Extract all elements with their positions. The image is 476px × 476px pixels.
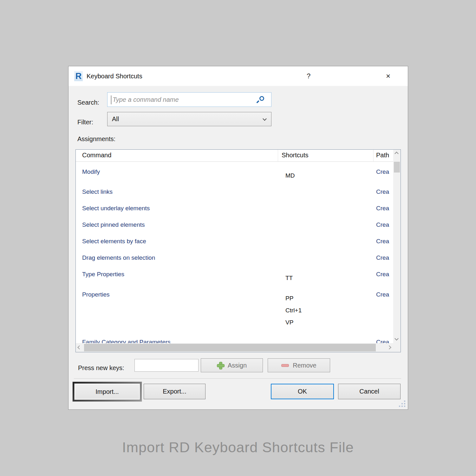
horizontal-scrollbar[interactable] bbox=[76, 343, 393, 352]
assignments-label: Assignments: bbox=[77, 135, 115, 143]
import-button[interactable]: Import... bbox=[74, 383, 140, 400]
scroll-left-icon[interactable] bbox=[77, 345, 82, 349]
scroll-up-icon[interactable] bbox=[394, 152, 399, 156]
vertical-scroll-thumb[interactable] bbox=[394, 162, 400, 173]
text-caret bbox=[111, 95, 111, 104]
command-link[interactable]: Select links bbox=[82, 188, 113, 195]
table-body: ModifyMDCreaSelect linksCreaSelect under… bbox=[76, 162, 393, 343]
path-cell: Crea bbox=[376, 339, 393, 343]
table-row[interactable]: ModifyMDCrea bbox=[76, 162, 393, 182]
table-row[interactable]: Select pinned elementsCrea bbox=[76, 215, 393, 231]
revit-app-icon: R bbox=[74, 71, 83, 81]
path-cell: Crea bbox=[376, 291, 393, 298]
minus-icon bbox=[281, 364, 289, 367]
shortcut-keys: MD bbox=[285, 162, 295, 182]
scroll-right-icon[interactable] bbox=[387, 345, 391, 349]
search-icon[interactable] bbox=[257, 96, 264, 104]
command-link[interactable]: Select underlay elements bbox=[82, 205, 150, 212]
table-row[interactable]: Select linksCrea bbox=[76, 182, 393, 199]
table-row[interactable]: Select elements by faceCrea bbox=[76, 231, 393, 248]
filter-dropdown[interactable]: All bbox=[107, 112, 271, 126]
keyboard-shortcuts-dialog: R Keyboard Shortcuts ? × Search: Type a … bbox=[68, 66, 408, 410]
command-link[interactable]: Family Category and Parameters bbox=[82, 339, 171, 343]
assign-button-label: Assign bbox=[228, 362, 247, 369]
command-link[interactable]: Modify bbox=[82, 168, 100, 175]
command-link[interactable]: Drag elements on selection bbox=[82, 254, 155, 261]
chevron-down-icon bbox=[263, 117, 267, 121]
table-header: Command Shortcuts Path bbox=[76, 150, 393, 162]
remove-button-label: Remove bbox=[293, 362, 316, 369]
vertical-scrollbar[interactable] bbox=[393, 150, 401, 343]
command-link[interactable]: Select pinned elements bbox=[82, 221, 145, 228]
title-bar: R Keyboard Shortcuts ? × bbox=[68, 66, 408, 86]
command-link[interactable]: Properties bbox=[82, 291, 110, 298]
assign-button[interactable]: Assign bbox=[201, 358, 263, 372]
search-placeholder: Type a command name bbox=[113, 96, 179, 103]
search-label: Search: bbox=[77, 99, 99, 106]
plus-icon bbox=[217, 362, 224, 369]
path-cell: Crea bbox=[376, 254, 393, 261]
command-link[interactable]: Select elements by face bbox=[82, 238, 146, 245]
assignments-table: Command Shortcuts Path ModifyMDCreaSelec… bbox=[75, 149, 401, 352]
column-header-path[interactable]: Path bbox=[374, 150, 393, 161]
help-button[interactable]: ? bbox=[299, 66, 318, 86]
horizontal-scroll-thumb[interactable] bbox=[84, 344, 376, 351]
column-header-command[interactable]: Command bbox=[76, 150, 278, 161]
ok-button[interactable]: OK bbox=[271, 384, 334, 399]
path-cell: Crea bbox=[376, 238, 393, 245]
cancel-button[interactable]: Cancel bbox=[338, 384, 401, 399]
press-new-keys-label: Press new keys: bbox=[78, 364, 124, 372]
shortcut-keys: PP Ctrl+1 VP bbox=[285, 285, 302, 329]
filter-label: Filter: bbox=[77, 119, 93, 126]
path-cell: Crea bbox=[376, 188, 393, 195]
remove-button[interactable]: Remove bbox=[268, 358, 330, 372]
table-row[interactable]: PropertiesPP Ctrl+1 VPCrea bbox=[76, 285, 393, 332]
shortcut-keys: TT bbox=[285, 264, 293, 284]
table-row[interactable]: Select underlay elementsCrea bbox=[76, 199, 393, 215]
path-cell: Crea bbox=[376, 271, 393, 278]
path-cell: Crea bbox=[376, 221, 393, 228]
table-row[interactable]: Drag elements on selectionCrea bbox=[76, 248, 393, 264]
new-keys-input[interactable] bbox=[134, 359, 199, 372]
search-input[interactable]: Type a command name bbox=[107, 92, 271, 107]
window-title: Keyboard Shortcuts bbox=[87, 73, 142, 80]
table-row[interactable]: Family Category and ParametersCrea bbox=[76, 332, 393, 343]
scrollbar-corner bbox=[393, 343, 401, 352]
resize-grip[interactable] bbox=[397, 399, 405, 407]
export-button[interactable]: Export... bbox=[144, 384, 205, 399]
caption-text: Import RD Keyboard Shortcuts File bbox=[0, 439, 476, 456]
scroll-down-icon[interactable] bbox=[394, 336, 399, 341]
path-cell: Crea bbox=[376, 205, 393, 212]
command-link[interactable]: Type Properties bbox=[82, 271, 124, 278]
footer-divider bbox=[74, 378, 401, 379]
filter-selected-value: All bbox=[112, 115, 119, 123]
path-cell: Crea bbox=[376, 168, 393, 175]
import-button-highlight: Import... bbox=[73, 382, 142, 401]
table-row[interactable]: Type PropertiesTTCrea bbox=[76, 264, 393, 285]
close-button[interactable]: × bbox=[379, 66, 398, 86]
column-header-shortcuts[interactable]: Shortcuts bbox=[278, 150, 374, 161]
